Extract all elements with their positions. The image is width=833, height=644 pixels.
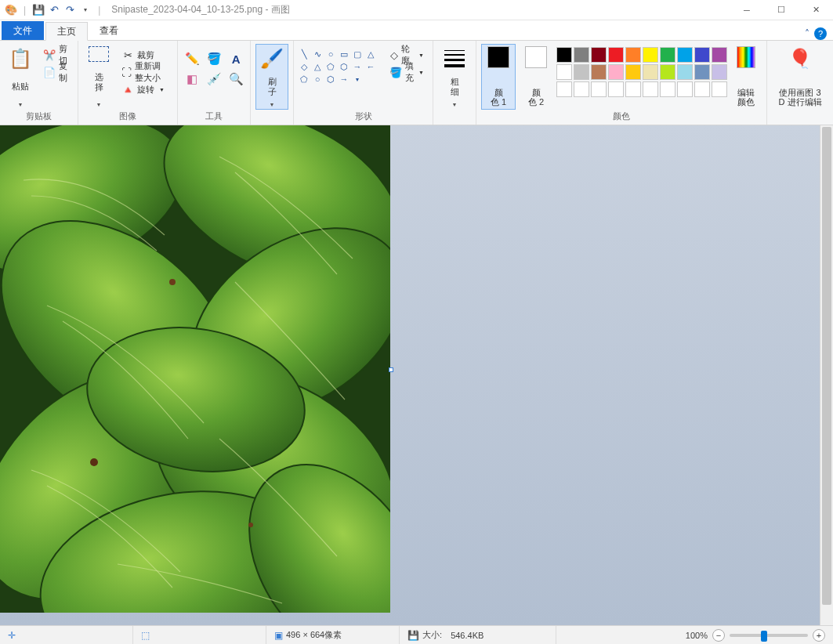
- text-tool-icon[interactable]: A: [226, 50, 245, 67]
- color2-swatch: [525, 46, 547, 68]
- color-swatch[interactable]: [608, 64, 624, 80]
- color-swatch[interactable]: [677, 47, 693, 63]
- paint3d-button[interactable]: 🎈 使用画图 3 D 进行编辑: [772, 44, 828, 110]
- color-swatch[interactable]: [625, 81, 641, 97]
- file-size-label: 大小:: [422, 629, 442, 641]
- color-swatch[interactable]: [556, 47, 572, 63]
- resize-icon: ⛶: [121, 66, 132, 78]
- picker-tool-icon[interactable]: 💉: [205, 71, 223, 88]
- magnifier-tool-icon[interactable]: 🔍: [226, 71, 245, 88]
- color-swatch[interactable]: [643, 81, 658, 97]
- group-tools: ✏️ 🪣 A ◧ 💉 🔍 工具: [178, 41, 251, 125]
- svg-point-11: [90, 458, 98, 466]
- paste-button[interactable]: 📋 粘贴 ▼: [5, 44, 36, 110]
- save-icon[interactable]: 💾: [32, 4, 45, 16]
- collapse-ribbon-icon[interactable]: ˄: [805, 28, 809, 39]
- brushes-button[interactable]: 🖌️ 刷 子 ▼: [255, 44, 288, 110]
- zoom-thumb[interactable]: [761, 631, 767, 642]
- outline-icon: ◇: [389, 49, 398, 61]
- rainbow-icon: [737, 46, 755, 68]
- color-swatch[interactable]: [608, 47, 624, 63]
- group-size: 粗 细 ▼: [433, 41, 476, 125]
- undo-icon[interactable]: ↶: [48, 4, 60, 16]
- chevron-down-icon: ▼: [270, 102, 275, 107]
- group-label-colors: 颜色: [481, 110, 762, 123]
- canvas-area[interactable]: [0, 125, 833, 625]
- color-swatch[interactable]: [625, 47, 641, 63]
- color-swatch[interactable]: [556, 64, 572, 80]
- line-weight-icon: [442, 46, 467, 71]
- color-swatch[interactable]: [660, 81, 675, 97]
- color-swatch[interactable]: [608, 81, 624, 97]
- close-button[interactable]: ✕: [799, 0, 833, 20]
- crop-icon: ✂: [121, 49, 134, 61]
- color-swatch[interactable]: [694, 81, 710, 97]
- group-clipboard: 📋 粘贴 ▼ ✂️剪切 📄复制 剪贴板: [0, 41, 78, 125]
- color1-button[interactable]: 颜 色 1: [481, 44, 516, 110]
- select-icon: [89, 46, 109, 62]
- color2-button[interactable]: 颜 色 2: [519, 44, 553, 110]
- resize-button[interactable]: ⛶重新调整大小: [118, 64, 172, 80]
- group-label-tools: 工具: [183, 110, 245, 123]
- pencil-tool-icon[interactable]: ✏️: [183, 50, 201, 67]
- color-swatch[interactable]: [591, 47, 607, 63]
- zoom-slider[interactable]: [730, 634, 808, 637]
- eraser-tool-icon[interactable]: ◧: [183, 71, 201, 88]
- fill-icon: 🪣: [389, 66, 402, 78]
- color-swatch[interactable]: [694, 47, 710, 63]
- clipboard-icon: 📋: [8, 46, 33, 71]
- statusbar: ✛ ⬚ ▣496 × 664像素 💾大小: 546.4KB 100% − +: [0, 625, 833, 644]
- color-swatch[interactable]: [574, 64, 589, 80]
- color-swatch[interactable]: [591, 64, 607, 80]
- ribbon-tabs: 文件 主页 查看 ˄ ?: [0, 20, 833, 41]
- color-swatch[interactable]: [574, 47, 589, 63]
- tab-view[interactable]: 查看: [88, 21, 130, 40]
- color-swatch[interactable]: [712, 81, 727, 97]
- group-brushes: 🖌️ 刷 子 ▼: [251, 41, 293, 125]
- tab-file[interactable]: 文件: [2, 21, 44, 40]
- zoom-in-button[interactable]: +: [813, 629, 825, 642]
- color-palette[interactable]: [556, 47, 727, 97]
- maximize-button[interactable]: ☐: [764, 0, 799, 20]
- resize-handle-right[interactable]: [389, 367, 393, 372]
- selection-size-icon: ⬚: [141, 630, 150, 641]
- color-swatch[interactable]: [643, 64, 658, 80]
- shapes-gallery[interactable]: ╲∿○▭▢△ ◇△⬠⬡→← ⬠○⬡→▼: [299, 49, 376, 85]
- chevron-down-icon: ▼: [18, 102, 24, 107]
- color-swatch[interactable]: [625, 64, 641, 80]
- tab-home[interactable]: 主页: [45, 22, 88, 41]
- copy-icon: 📄: [43, 66, 56, 78]
- chevron-down-icon: ▼: [96, 102, 102, 107]
- color-swatch[interactable]: [677, 81, 693, 97]
- copy-button[interactable]: 📄复制: [39, 64, 73, 80]
- help-icon[interactable]: ?: [814, 27, 827, 40]
- canvas-dimensions: 496 × 664像素: [286, 629, 342, 641]
- zoom-out-button[interactable]: −: [712, 629, 725, 642]
- group-paint3d: 🎈 使用画图 3 D 进行编辑: [767, 41, 833, 125]
- color-swatch[interactable]: [591, 81, 607, 97]
- color-swatch[interactable]: [556, 81, 572, 97]
- color-swatch[interactable]: [712, 64, 727, 80]
- title-appname: 画图: [271, 4, 290, 15]
- shape-fill-button[interactable]: 🪣填充▼: [386, 64, 428, 80]
- redo-icon[interactable]: ↷: [63, 4, 76, 16]
- color-swatch[interactable]: [677, 64, 693, 80]
- file-size-value: 546.4KB: [451, 631, 484, 640]
- color-swatch[interactable]: [643, 47, 658, 63]
- canvas-content[interactable]: [0, 125, 390, 613]
- size-button[interactable]: 粗 细 ▼: [438, 44, 471, 110]
- select-button[interactable]: 选 择 ▼: [83, 44, 114, 110]
- edit-colors-button[interactable]: 编辑 颜色: [730, 44, 762, 110]
- color-swatch[interactable]: [694, 64, 710, 80]
- color-swatch[interactable]: [660, 64, 675, 80]
- fill-tool-icon[interactable]: 🪣: [205, 50, 223, 67]
- scrollbar-thumb[interactable]: [822, 127, 831, 605]
- qat-dropdown-icon[interactable]: ▾: [79, 4, 92, 16]
- rotate-button[interactable]: 🔺旋转▼: [118, 81, 172, 97]
- vertical-scrollbar[interactable]: [820, 125, 833, 625]
- titlebar: 🎨 | 💾 ↶ ↷ ▾ | Snipaste_2023-04-04_10-13-…: [0, 0, 833, 20]
- color-swatch[interactable]: [574, 81, 589, 97]
- minimize-button[interactable]: ─: [730, 0, 764, 20]
- color-swatch[interactable]: [712, 47, 727, 63]
- color-swatch[interactable]: [660, 47, 675, 63]
